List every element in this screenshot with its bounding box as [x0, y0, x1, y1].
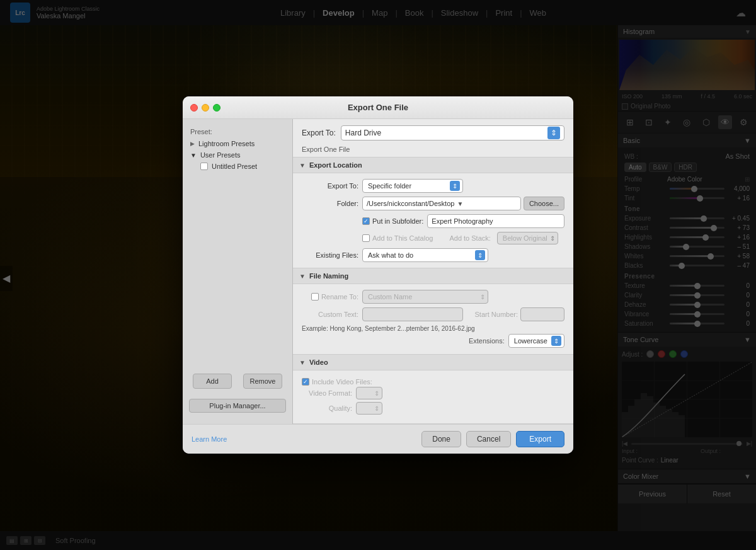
- maximize-window-button[interactable]: [213, 104, 220, 112]
- include-video-row: ✓ Include Video Files:: [302, 378, 564, 386]
- user-presets-label: User Presets: [200, 151, 241, 159]
- extensions-arrow-icon: ⇕: [551, 336, 561, 346]
- rename-select[interactable]: Custom Name ⇕: [362, 290, 488, 304]
- stack-position-select[interactable]: Below Original ⇕: [497, 232, 558, 244]
- rename-checkbox-area: Rename To:: [302, 293, 358, 301]
- learn-more-link[interactable]: Learn More: [192, 435, 227, 443]
- file-naming-label: File Naming: [309, 272, 348, 280]
- folder-choose-button[interactable]: Choose...: [524, 197, 564, 210]
- lightroom-presets-item[interactable]: ▶ Lightroom Presets: [183, 138, 292, 149]
- export-location-section: ▼ Export Location Export To: Specific fo…: [293, 158, 573, 268]
- subfolder-label: Put in Subfolder:: [372, 217, 423, 225]
- export-location-header[interactable]: ▼ Export Location: [293, 158, 573, 173]
- extensions-value: Lowercase: [514, 337, 547, 345]
- plugin-manager-area: Plug-in Manager...: [183, 394, 292, 418]
- file-naming-header[interactable]: ▼ File Naming: [293, 268, 573, 284]
- export-button[interactable]: Export: [516, 431, 564, 447]
- add-catalog-label: Add to This Catalog: [372, 234, 433, 242]
- rename-label: Rename To:: [321, 293, 358, 301]
- modal-body: Preset: ▶ Lightroom Presets ▼ User Prese…: [183, 119, 573, 424]
- existing-files-arrow-icon: ⇕: [475, 250, 485, 260]
- custom-text-input: [362, 307, 463, 321]
- video-triangle-icon: ▼: [299, 359, 306, 366]
- modal-footer: Learn More Done Cancel Export: [183, 424, 573, 454]
- existing-files-value: Ask what to do: [368, 251, 413, 259]
- done-button[interactable]: Done: [421, 431, 461, 447]
- subfolder-row: ✓ Put in Subfolder:: [293, 212, 573, 230]
- existing-files-row: Existing Files: Ask what to do ⇕: [293, 246, 573, 264]
- export-to-value: Hard Drive: [345, 129, 381, 137]
- preset-check-icon: ▼: [190, 152, 197, 159]
- remove-preset-button[interactable]: Remove: [243, 374, 282, 389]
- video-format-row: Video Format: ⇕: [302, 386, 564, 401]
- minimize-window-button[interactable]: [202, 104, 209, 112]
- subfolder-input[interactable]: [427, 214, 564, 228]
- start-number-label: Start Number:: [475, 311, 518, 318]
- user-presets-item[interactable]: ▼ User Presets: [183, 149, 292, 161]
- export-location-label: Export Location: [309, 161, 362, 169]
- export-to-arrow-icon: ⇕: [547, 127, 560, 139]
- video-quality-label: Quality:: [302, 404, 352, 412]
- preset-arrow-icon: ▶: [190, 140, 195, 147]
- video-format-chevron-icon: ⇕: [374, 390, 379, 397]
- example-label: Example:: [302, 325, 328, 332]
- rename-chevron-icon: ⇕: [480, 294, 485, 301]
- rename-checkbox[interactable]: [311, 293, 319, 301]
- extensions-row: Extensions: Lowercase ⇕: [293, 334, 573, 350]
- subfolder-checkbox-wrap: ✓ Put in Subfolder:: [362, 217, 423, 225]
- add-remove-row: Add Remove: [183, 369, 292, 394]
- video-inner: ✓ Include Video Files: Video Format: ⇕: [293, 374, 573, 420]
- untitled-preset-checkbox[interactable]: [200, 163, 208, 170]
- preset-label: Preset:: [183, 125, 292, 138]
- video-content: ✓ Include Video Files: Video Format: ⇕: [293, 370, 573, 423]
- rename-to-row: Rename To: Custom Name ⇕: [293, 288, 573, 306]
- modal-overlay: Export One File Preset: ▶ Lightroom Pres…: [0, 0, 756, 550]
- video-label: Video: [309, 358, 328, 366]
- example-value: Hong Kong, September 2...ptember 16, 201…: [329, 325, 474, 332]
- export-modal: Export One File Preset: ▶ Lightroom Pres…: [183, 96, 573, 454]
- location-export-to-row: Export To: Specific folder ⇕: [293, 177, 573, 195]
- start-number-input: [520, 307, 564, 321]
- export-to-select[interactable]: Hard Drive ⇕: [341, 125, 564, 140]
- subfolder-checkbox[interactable]: ✓: [362, 217, 370, 225]
- export-to-label: Export To:: [302, 129, 336, 137]
- location-export-to-select[interactable]: Specific folder ⇕: [362, 179, 463, 193]
- video-quality-row: Quality: ⇕: [302, 401, 564, 416]
- rename-value: Custom Name: [368, 293, 412, 301]
- extensions-select[interactable]: Lowercase ⇕: [508, 334, 564, 348]
- modal-main-content: Export To: Hard Drive ⇕ Export One File …: [293, 119, 573, 424]
- untitled-preset-label: Untitled Preset: [212, 163, 257, 170]
- folder-path-wrap: /Users/nickconstant/Desktop ▼ Choose...: [362, 197, 564, 210]
- video-quality-select[interactable]: ⇕: [356, 402, 382, 415]
- video-quality-chevron-icon: ⇕: [374, 405, 379, 412]
- extensions-label: Extensions:: [469, 337, 505, 345]
- cancel-button[interactable]: Cancel: [466, 431, 511, 447]
- export-location-content: Export To: Specific folder ⇕ Folder:: [293, 173, 573, 268]
- existing-files-select[interactable]: Ask what to do ⇕: [362, 248, 488, 262]
- modal-sidebar: Preset: ▶ Lightroom Presets ▼ User Prese…: [183, 119, 293, 424]
- export-to-row: Export To: Hard Drive ⇕: [293, 119, 573, 144]
- include-video-checkbox[interactable]: ✓: [302, 378, 309, 386]
- existing-files-label: Existing Files:: [302, 251, 358, 259]
- custom-text-row: Custom Text: Start Number:: [293, 306, 573, 323]
- untitled-preset-item[interactable]: Untitled Preset: [183, 161, 292, 172]
- add-catalog-checkbox-wrap: Add to This Catalog: [362, 234, 433, 242]
- add-catalog-checkbox[interactable]: [362, 234, 370, 242]
- video-section: ▼ Video ✓ Include Video Files:: [293, 355, 573, 424]
- subfolder-checkmark-icon: ✓: [364, 218, 369, 224]
- add-to-catalog-row: Add to This Catalog Add to Stack: Below …: [293, 230, 573, 246]
- include-video-label: Include Video Files:: [312, 378, 372, 386]
- add-preset-button[interactable]: Add: [193, 374, 232, 389]
- plugin-manager-button[interactable]: Plug-in Manager...: [189, 399, 286, 413]
- example-row: Example: Hong Kong, September 2...ptembe…: [293, 323, 573, 334]
- video-format-select[interactable]: ⇕: [356, 387, 382, 399]
- close-window-button[interactable]: [190, 104, 198, 112]
- modal-title: Export One File: [348, 103, 408, 112]
- traffic-lights: [190, 104, 220, 112]
- location-export-to-chevron-icon: ⇕: [450, 181, 460, 191]
- footer-buttons: Done Cancel Export: [421, 431, 564, 447]
- video-header[interactable]: ▼ Video: [293, 355, 573, 370]
- file-naming-section: ▼ File Naming Rename To: Custom Name: [293, 268, 573, 355]
- folder-path-display[interactable]: /Users/nickconstant/Desktop ▼: [362, 197, 521, 210]
- folder-path-value: /Users/nickconstant/Desktop: [367, 200, 454, 207]
